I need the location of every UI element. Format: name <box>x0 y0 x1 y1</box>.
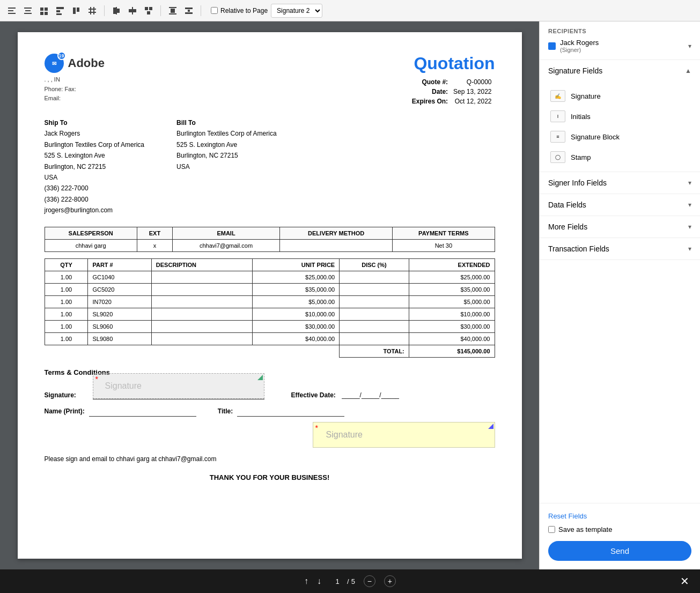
sig-field-block[interactable]: ≡ Signature Block <box>540 127 700 147</box>
align-icon-2[interactable] <box>21 4 34 17</box>
bill-to: Bill To Burlington Textiles Corp of Amer… <box>176 117 277 216</box>
align-icon-8[interactable] <box>126 4 139 17</box>
transaction-fields-header[interactable]: Transaction Fields ▾ <box>540 238 700 260</box>
sig-field-stamp[interactable]: ◯ Stamp <box>540 147 700 167</box>
svg-rect-2 <box>8 13 16 14</box>
sig-field-initials[interactable]: I Initials <box>540 106 700 127</box>
svg-rect-16 <box>89 12 96 13</box>
align-icon-1[interactable] <box>5 4 18 17</box>
svg-rect-30 <box>171 9 175 13</box>
align-icon-9[interactable] <box>142 4 155 17</box>
signature-fields-section: Signature Fields ▲ ✍ Signature I Initial… <box>540 60 700 172</box>
page-number-input[interactable] <box>330 577 345 585</box>
data-fields-header[interactable]: Data Fields ▾ <box>540 194 700 216</box>
recipient-item[interactable]: Jack Rogers (Signer) ▾ <box>548 39 691 53</box>
table-row: 1.00 SL9020 $10,000.00 $10,000.00 <box>45 308 495 320</box>
quote-meta: Quote #: Q-00000 Date: Sep 13, 2022 Expi… <box>409 77 495 107</box>
svg-rect-20 <box>117 9 120 13</box>
table-row: 1.00 GC1040 $25,000.00 $25,000.00 <box>45 271 495 283</box>
svg-rect-4 <box>25 10 31 11</box>
svg-rect-27 <box>147 11 150 14</box>
signer-info-chevron-icon: ▾ <box>688 179 691 187</box>
table-row: 1.00 IN7020 $5,000.00 $5,000.00 <box>45 295 495 308</box>
zoom-in-button[interactable]: + <box>384 575 396 587</box>
align-icon-7[interactable] <box>110 4 123 17</box>
title-field: Title: <box>218 406 344 417</box>
ship-to: Ship To Jack Rogers Burlington Textiles … <box>45 117 145 216</box>
toolbar-separator-1 <box>104 5 105 16</box>
signer-info-section: Signer Info Fields ▾ <box>540 172 700 194</box>
doc-area: ✉ 19 Adobe . , , IN Phone: Fax: Email: Q… <box>0 21 539 569</box>
svg-rect-14 <box>77 8 79 12</box>
save-template-checkbox[interactable] <box>548 526 555 533</box>
signature-row-1: Signature: * Signature Effective Date: _… <box>45 384 495 399</box>
table-row: 1.00 GC5020 $35,000.00 $35,000.00 <box>45 283 495 295</box>
company-name: Adobe <box>68 56 105 70</box>
svg-rect-26 <box>149 7 152 10</box>
align-icon-4[interactable] <box>54 4 67 17</box>
signature-fields-header[interactable]: Signature Fields ▲ <box>540 60 700 81</box>
align-icon-5[interactable] <box>70 4 83 17</box>
recipient-chevron-icon: ▾ <box>688 42 691 50</box>
svg-rect-7 <box>45 8 48 11</box>
company-logo: ✉ 19 Adobe <box>45 54 105 73</box>
toolbar-separator-2 <box>160 5 161 16</box>
signature-dropdown[interactable]: Signature 2 <box>271 4 322 18</box>
svg-rect-9 <box>45 12 48 15</box>
align-icon-6[interactable] <box>86 4 99 17</box>
company-details: . , , IN Phone: Fax: Email: <box>45 75 105 103</box>
svg-rect-31 <box>185 8 193 9</box>
svg-rect-23 <box>132 7 133 9</box>
bottom-nav: ↑ ↓ / 5 − + ✕ <box>0 569 700 593</box>
send-button[interactable]: Send <box>548 541 691 561</box>
doc-header: ✉ 19 Adobe . , , IN Phone: Fax: Email: Q… <box>45 54 495 107</box>
relative-to-page-checkbox[interactable]: Relative to Page <box>211 7 268 14</box>
svg-rect-13 <box>73 8 76 14</box>
svg-rect-15 <box>89 9 96 10</box>
svg-rect-0 <box>8 8 16 9</box>
quote-info: Quotation Quote #: Q-00000 Date: Sep 13,… <box>409 54 495 107</box>
more-fields-header[interactable]: More Fields ▾ <box>540 216 700 238</box>
transaction-fields-section: Transaction Fields ▾ <box>540 238 700 260</box>
sig-container-1[interactable]: * Signature <box>93 384 264 399</box>
main-area: ✉ 19 Adobe . , , IN Phone: Fax: Email: Q… <box>0 21 700 569</box>
align-icon-10[interactable] <box>166 4 179 17</box>
transaction-fields-chevron-icon: ▾ <box>688 245 691 253</box>
zoom-out-button[interactable]: − <box>364 575 375 587</box>
doc-page: ✉ 19 Adobe . , , IN Phone: Fax: Email: Q… <box>18 32 522 559</box>
signature-fields-chevron-icon: ▲ <box>685 67 691 75</box>
svg-rect-24 <box>132 12 133 14</box>
align-icon-3[interactable] <box>38 4 50 17</box>
thank-you: THANK YOU FOR YOUR BUSINESS! <box>45 473 495 481</box>
page-down-button[interactable]: ↓ <box>317 576 321 586</box>
svg-rect-18 <box>93 7 94 14</box>
initials-field-icon: I <box>550 110 565 122</box>
toolbar: Relative to Page Signature 2 <box>0 0 700 21</box>
svg-rect-6 <box>40 8 43 11</box>
page-info: / 5 <box>330 577 355 585</box>
signer-info-header[interactable]: Signer Info Fields ▾ <box>540 172 700 194</box>
effective-date-section: Effective Date: _____/_____/_____ <box>291 391 400 399</box>
close-button[interactable]: ✕ <box>680 575 689 588</box>
svg-rect-33 <box>188 10 190 12</box>
sig-box-yellow[interactable]: * Signature <box>313 422 495 448</box>
more-fields-section: More Fields ▾ <box>540 216 700 238</box>
svg-rect-22 <box>129 9 136 12</box>
sig-box-1[interactable]: * Signature <box>93 373 264 399</box>
salesperson-table: SALESPERSON EXT EMAIL DELIVERY METHOD PA… <box>45 227 495 252</box>
table-row: 1.00 SL9060 $30,000.00 $30,000.00 <box>45 320 495 332</box>
svg-rect-11 <box>56 10 60 12</box>
table-row: chhavi garg x chhavi7@gmail.com Net 30 <box>45 239 495 251</box>
name-title-row: Name (Print): Title: <box>45 406 495 417</box>
sig-box-corner <box>257 375 263 380</box>
reset-fields-link[interactable]: Reset Fields <box>548 512 691 520</box>
right-panel: RECIPIENTS Jack Rogers (Signer) ▾ Signat… <box>539 21 700 569</box>
svg-rect-10 <box>56 7 64 9</box>
svg-rect-12 <box>56 13 62 15</box>
panel-bottom: Reset Fields Save as template Send <box>540 503 700 569</box>
page-up-button[interactable]: ↑ <box>304 576 308 586</box>
align-icon-11[interactable] <box>182 4 195 17</box>
sig-field-signature[interactable]: ✍ Signature <box>540 86 700 106</box>
signature-row-2[interactable]: * Signature <box>45 422 495 448</box>
save-template-row: Save as template <box>548 525 691 533</box>
